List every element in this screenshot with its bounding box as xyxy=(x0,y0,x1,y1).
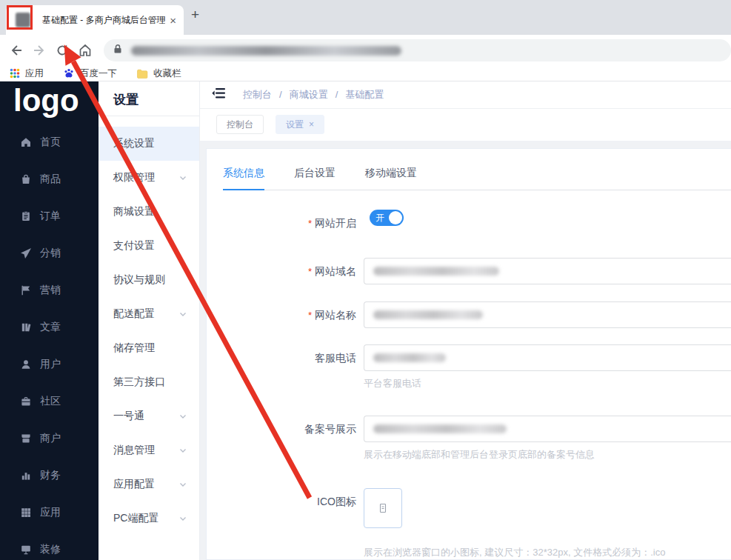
settings-item-label: 第三方接口 xyxy=(113,376,165,389)
settings-item-label: 商城设置 xyxy=(113,205,155,219)
lock-icon xyxy=(113,44,122,57)
page-tab-settings[interactable]: 设置 × xyxy=(276,115,324,134)
sidebar-item-community[interactable]: 社区 xyxy=(0,383,99,420)
browser-tab-strip: 基础配置 - 多商户商城后台管理 × + xyxy=(0,0,731,35)
main-content: 控制台 / 商城设置 / 基础配置 控制台 设置 × 系统信息 后台设置 移动端… xyxy=(200,81,731,560)
tab-system-info[interactable]: 系统信息 xyxy=(223,167,264,190)
chevron-down-icon xyxy=(178,173,187,182)
service-phone-input[interactable] xyxy=(364,344,731,371)
breadcrumb-item[interactable]: 控制台 xyxy=(243,88,272,101)
ico-upload-box[interactable] xyxy=(364,488,402,528)
icp-number-input[interactable] xyxy=(364,416,731,442)
sidebar-item-label: 首页 xyxy=(40,136,61,149)
site-enabled-toggle[interactable]: 开 xyxy=(370,210,404,226)
address-bar[interactable] xyxy=(104,39,731,61)
new-tab-button[interactable]: + xyxy=(191,7,199,23)
blurred-value xyxy=(373,353,446,362)
apps-grid-icon xyxy=(10,68,20,79)
tab-backend-settings[interactable]: 后台设置 xyxy=(294,167,336,190)
collapse-menu-icon[interactable] xyxy=(212,87,227,103)
sidebar-item-merchants[interactable]: 商户 xyxy=(0,420,99,457)
form-row-site-domain: *网站域名 xyxy=(223,258,731,285)
folder-icon xyxy=(136,68,148,79)
field-label-text: ICO图标 xyxy=(317,496,356,507)
order-clipboard-icon xyxy=(20,210,32,222)
favicon-blur xyxy=(16,13,30,27)
blurred-value xyxy=(373,424,507,433)
sidebar-item-orders[interactable]: 订单 xyxy=(0,198,99,235)
apps-grid-icon xyxy=(20,507,32,519)
toggle-on-label: 开 xyxy=(375,212,384,224)
settings-item-agreement[interactable]: 协议与规则 xyxy=(99,263,199,297)
form-row-service-phone: 客服电话 平台客服电话 xyxy=(223,344,731,390)
page-tab-console[interactable]: 控制台 xyxy=(216,115,264,134)
browser-tab[interactable]: 基础配置 - 多商户商城后台管理 × xyxy=(6,5,184,35)
sidebar-item-distribution[interactable]: 分销 xyxy=(0,235,99,272)
settings-item-label: 应用配置 xyxy=(113,478,155,491)
settings-sidebar: 设置 系统设置 权限管理 商城设置 支付设置 协议与规则 配送配置 储存管理 第… xyxy=(99,81,200,560)
breadcrumb-item[interactable]: 商城设置 xyxy=(290,88,328,101)
chevron-down-icon xyxy=(178,412,187,421)
bookmark-label: 应用 xyxy=(25,67,44,80)
field-label: *网站开启 xyxy=(223,210,356,237)
toggle-knob xyxy=(389,211,402,224)
finance-chart-icon xyxy=(20,470,32,481)
forward-icon[interactable] xyxy=(27,43,50,58)
settings-item-label: 储存管理 xyxy=(113,341,155,355)
bookmark-baidu[interactable]: 百度一下 xyxy=(63,67,117,80)
system-info-form: *网站开启 开 *网站域名 *网站名称 xyxy=(223,210,731,559)
settings-item-thirdparty[interactable]: 第三方接口 xyxy=(99,365,199,399)
settings-item-message[interactable]: 消息管理 xyxy=(99,433,199,467)
field-control: 平台客服电话 xyxy=(364,344,731,390)
tab-mobile-settings[interactable]: 移动端设置 xyxy=(365,167,417,190)
sidebar-item-users[interactable]: 用户 xyxy=(0,346,99,383)
field-control: 展示在移动端底部和管理后台登录页底部的备案号信息 xyxy=(364,416,731,461)
sidebar-item-marketing[interactable]: 营销 xyxy=(0,272,99,309)
sidebar-item-goods[interactable]: 商品 xyxy=(0,161,99,198)
sidebar-item-label: 装修 xyxy=(40,543,61,556)
settings-item-yihaotong[interactable]: 一号通 xyxy=(99,399,199,433)
tab-close-icon[interactable]: × xyxy=(170,14,176,27)
bookmark-apps[interactable]: 应用 xyxy=(10,67,44,80)
back-icon[interactable] xyxy=(4,43,27,58)
field-label: *网站域名 xyxy=(223,258,356,285)
settings-item-storage[interactable]: 储存管理 xyxy=(99,331,199,365)
site-name-input[interactable] xyxy=(364,301,731,328)
reload-icon[interactable] xyxy=(50,43,73,58)
settings-item-label: PC端配置 xyxy=(113,512,158,525)
sidebar-item-finance[interactable]: 财务 xyxy=(0,457,99,494)
settings-item-label: 权限管理 xyxy=(113,171,155,184)
field-label-text: 备案号展示 xyxy=(304,423,356,435)
sidebar-item-decorate[interactable]: 装修 xyxy=(0,531,99,560)
home-icon[interactable] xyxy=(73,43,96,58)
field-control xyxy=(364,301,731,328)
form-row-ico-icon: ICO图标 展示在浏览器窗口的小图标, 建议尺寸：32*32px, 文件格式必须… xyxy=(223,488,731,559)
goods-bag-icon xyxy=(20,173,32,185)
sidebar-item-apps[interactable]: 应用 xyxy=(0,494,99,531)
settings-item-system[interactable]: 系统设置 xyxy=(99,127,199,161)
sidebar-item-articles[interactable]: 文章 xyxy=(0,309,99,346)
bookmark-favorites[interactable]: 收藏栏 xyxy=(136,67,181,80)
settings-item-payment[interactable]: 支付设置 xyxy=(99,229,199,263)
required-mark: * xyxy=(308,310,312,321)
field-control: 展示在浏览器窗口的小图标, 建议尺寸：32*32px, 文件格式必须为：.ico xyxy=(364,488,731,559)
site-domain-input[interactable] xyxy=(364,258,731,284)
decorate-monitor-icon xyxy=(20,544,32,556)
close-tab-icon[interactable]: × xyxy=(309,116,314,133)
chevron-down-icon xyxy=(178,480,187,489)
sidebar-item-label: 文章 xyxy=(40,321,61,334)
settings-item-label: 系统设置 xyxy=(113,137,155,150)
sidebar-item-label: 应用 xyxy=(40,506,61,519)
settings-item-permission[interactable]: 权限管理 xyxy=(99,161,199,195)
merchant-shop-icon xyxy=(20,433,32,444)
settings-item-delivery[interactable]: 配送配置 xyxy=(99,297,199,331)
community-briefcase-icon xyxy=(20,396,32,407)
sidebar-item-home[interactable]: 首页 xyxy=(0,124,99,161)
settings-item-mall[interactable]: 商城设置 xyxy=(99,195,199,229)
settings-item-label: 消息管理 xyxy=(113,444,155,457)
settings-item-pcconfig[interactable]: PC端配置 xyxy=(99,501,199,536)
settings-menu: 系统设置 权限管理 商城设置 支付设置 协议与规则 配送配置 储存管理 第三方接… xyxy=(99,116,199,536)
breadcrumb-item[interactable]: 基础配置 xyxy=(345,88,384,101)
field-label-text: 客服电话 xyxy=(315,352,356,364)
settings-item-appconfig[interactable]: 应用配置 xyxy=(99,467,199,501)
